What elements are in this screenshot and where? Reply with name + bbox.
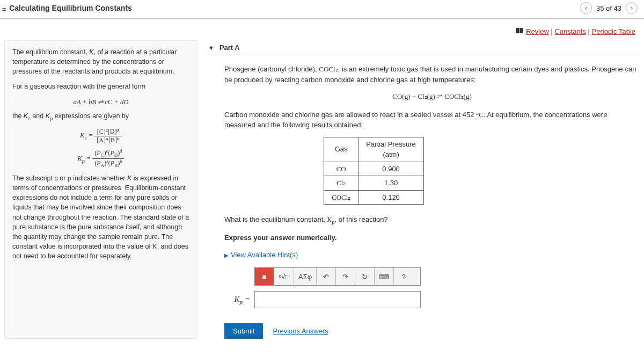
general-reaction: aA + bB ⇌ cC + dD	[12, 97, 189, 107]
table-row: Cl₂1.30	[324, 176, 424, 191]
reaction-equation: CO(g) + Cl₂(g) ⇌ COCl₂(g)	[224, 91, 640, 102]
redo-button[interactable]: ↷	[336, 268, 355, 285]
part-label: Part A	[219, 43, 240, 52]
submit-button[interactable]: Submit	[224, 323, 263, 339]
kc-formula: Kc = [C]ᶜ[D]ᵈ[A]ᵃ[B]ᵇ	[12, 128, 189, 144]
data-table: Gas Partial Pressure(atm) CO0.900 Cl₂1.3…	[324, 137, 424, 205]
answer-toolbar: ■ ᵡ√□ ΑΣφ ↶ ↷ ↻ ⌨ ?	[254, 267, 421, 286]
mid-text: Carbon monoxide and chlorine gas are all…	[224, 110, 640, 130]
review-link[interactable]: Review	[526, 27, 549, 35]
kp-formula: Kp = (PC)c(PD)d(PA)a(PB)b	[12, 149, 189, 169]
undo-button[interactable]: ↶	[317, 268, 336, 285]
theory-p4: The subscript c or p indicates whether K…	[12, 173, 189, 261]
next-button[interactable]: ›	[626, 2, 638, 14]
theory-p3: the Kc and Kp expressions are given by	[12, 111, 189, 122]
question-text: What is the equilibrium constant, Kp, of…	[224, 214, 640, 226]
theory-panel: The equilibrium constant, K, of a reacti…	[4, 40, 197, 339]
keyboard-button[interactable]: ⌨	[375, 268, 394, 285]
greek-button[interactable]: ΑΣφ	[294, 268, 317, 285]
answer-label: Kp =	[224, 293, 250, 307]
th-gas: Gas	[324, 137, 358, 162]
page-indicator: 35 of 43	[596, 4, 621, 12]
constants-link[interactable]: Constants	[554, 27, 586, 35]
theory-p2: For a gaseous reaction with the general …	[12, 82, 189, 91]
help-button[interactable]: ?	[394, 268, 413, 285]
collapse-icon: ▼	[208, 45, 214, 51]
mode-value-button[interactable]: ■	[255, 268, 274, 285]
previous-answers-link[interactable]: Previous Answers	[273, 326, 328, 337]
plusminus-icon: ±	[2, 4, 6, 12]
answer-input[interactable]	[254, 291, 421, 308]
view-hints-button[interactable]: ▶View Available Hint(s)	[224, 250, 640, 260]
part-header[interactable]: ▼ Part A	[208, 40, 640, 55]
svg-rect-1	[519, 28, 523, 33]
intro-text: Phosgene (carbonyl chloride), COCl₂, is …	[224, 64, 640, 85]
flag-icon	[516, 28, 523, 36]
svg-rect-0	[516, 28, 519, 33]
prev-button[interactable]: ‹	[580, 2, 592, 14]
sep-2: |	[588, 27, 592, 35]
theory-p1-a: The equilibrium constant, K, of a reacti…	[12, 48, 177, 75]
table-row: COCl₂0.120	[324, 190, 424, 205]
periodic-table-link[interactable]: Periodic Table	[592, 27, 635, 35]
sqrt-button[interactable]: ᵡ√□	[274, 268, 294, 285]
reset-button[interactable]: ↻	[355, 268, 375, 285]
instruction-text: Express your answer numerically.	[224, 233, 640, 243]
chevron-right-icon: ▶	[224, 252, 229, 258]
page-title: Calculating Equilibrium Constants	[9, 4, 132, 12]
table-row: CO0.900	[324, 162, 424, 176]
th-pressure: Partial Pressure(atm)	[358, 137, 423, 162]
